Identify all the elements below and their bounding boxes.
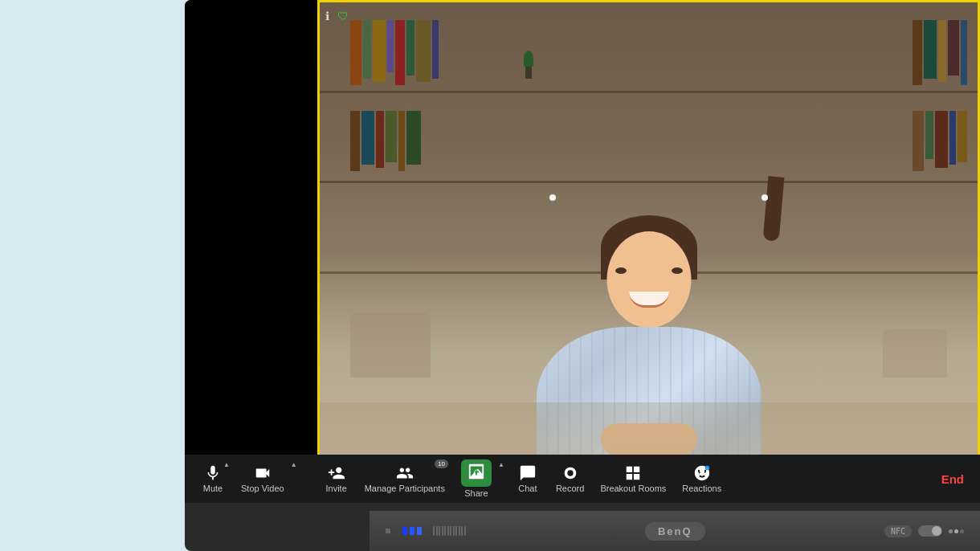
mute-button[interactable]: Mute ▲ [193, 455, 233, 503]
share-label: Share [464, 488, 488, 498]
breakout-icon [624, 464, 642, 482]
shield-icon: 🛡 [337, 10, 349, 22]
reactions-label: Reactions [682, 484, 721, 493]
bottom-left-controls [386, 526, 466, 536]
stop-video-label: Stop Video [241, 484, 284, 493]
share-bg [461, 459, 492, 487]
shelf-1 [317, 91, 980, 93]
shelf-2 [317, 181, 980, 183]
mic-icon [204, 464, 222, 482]
video-chevron[interactable]: ▲ [291, 461, 297, 468]
video-icon [254, 464, 272, 482]
earbud-left [549, 194, 556, 201]
books-right-2 [913, 111, 967, 171]
books-row-2 [350, 111, 421, 171]
mute-label: Mute [203, 484, 223, 493]
screen: ℹ 🛡 [185, 0, 980, 503]
books-right-1 [913, 20, 967, 85]
chat-button[interactable]: Chat [508, 455, 548, 503]
indicator-dots [949, 529, 964, 533]
breakout-rooms-label: Breakout Rooms [600, 484, 666, 493]
svg-text:+: + [706, 467, 708, 470]
chair-left [350, 313, 431, 378]
toolbar: Mute ▲ Stop Video ▲ Invite [185, 455, 980, 503]
left-panel [185, 0, 317, 503]
usb-blue-port [402, 527, 407, 535]
record-label: Record [556, 484, 584, 493]
toggle-knob-1 [932, 526, 941, 536]
monitor-frame: ℹ 🛡 [185, 0, 980, 551]
participants-icon [396, 464, 414, 482]
end-button[interactable]: End [933, 472, 972, 486]
reactions-button[interactable]: + Reactions [674, 455, 729, 503]
stop-video-button[interactable]: Stop Video ▲ [233, 455, 300, 503]
video-container: Angela [317, 0, 980, 503]
info-icon: ℹ [325, 10, 329, 22]
svg-point-1 [567, 470, 573, 475]
plant [517, 51, 541, 83]
nfc-badge: NFC [884, 525, 912, 537]
invite-icon [328, 464, 345, 482]
indicator-dot [386, 529, 390, 533]
invite-button[interactable]: Invite [316, 455, 357, 503]
toggle-switch-1[interactable] [918, 525, 942, 537]
reactions-icon: + [693, 464, 711, 482]
share-icon [468, 463, 485, 480]
bottom-right-controls: NFC [884, 525, 964, 537]
mute-chevron[interactable]: ▲ [223, 461, 230, 468]
record-icon [561, 464, 579, 482]
monitor-bottom-bar: BenQ NFC [370, 511, 980, 551]
room-background [317, 0, 980, 503]
hair-ponytail [762, 177, 784, 242]
share-button[interactable]: Share ▲ [453, 455, 508, 503]
chair-right [883, 329, 947, 378]
breakout-rooms-button[interactable]: Breakout Rooms [592, 455, 674, 503]
participants-label: Manage Participants [365, 484, 445, 493]
participant-count: 10 [435, 459, 448, 468]
chat-label: Chat [518, 484, 537, 493]
screen-icons: ℹ 🛡 [325, 10, 349, 22]
books-row-1 [350, 20, 439, 85]
speaker-grille [433, 526, 466, 536]
benq-logo: BenQ [645, 522, 705, 541]
nfc-text: NFC [891, 527, 905, 536]
usb-blue-port-3 [417, 527, 422, 535]
manage-participants-button[interactable]: Manage Participants 10 [357, 455, 453, 503]
nfc-area: NFC [884, 525, 912, 537]
chat-icon [519, 464, 537, 482]
record-button[interactable]: Record [548, 455, 592, 503]
usb-ports [398, 526, 422, 536]
invite-label: Invite [325, 484, 346, 493]
share-chevron[interactable]: ▲ [498, 461, 504, 468]
usb-blue-port-2 [410, 527, 414, 535]
